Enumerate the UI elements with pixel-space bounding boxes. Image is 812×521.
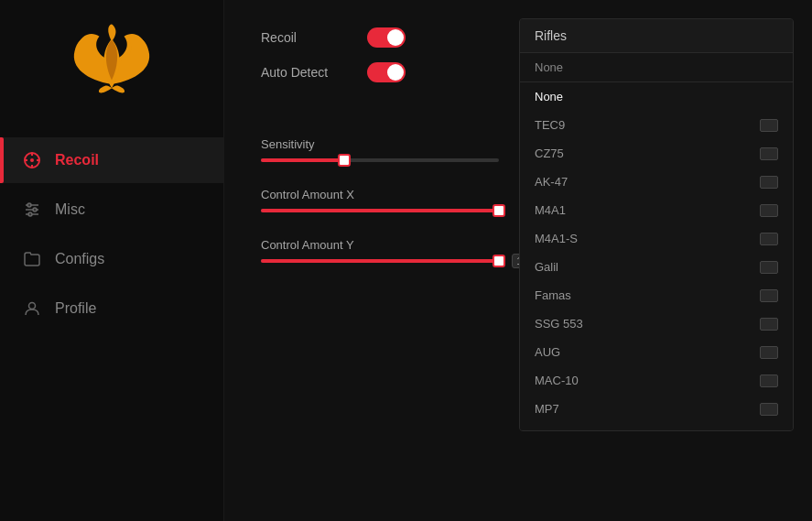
control-x-track[interactable] xyxy=(261,209,499,212)
sidebar-configs-label: Configs xyxy=(55,251,104,267)
dropdown-item-label: MP7 xyxy=(535,402,559,416)
svg-point-12 xyxy=(29,303,36,309)
svg-point-9 xyxy=(27,203,31,207)
dropdown-item[interactable]: TEC9 xyxy=(520,111,793,139)
dropdown-item-checkbox xyxy=(760,261,778,274)
dropdown-item[interactable]: MP7 xyxy=(520,395,793,423)
dropdown-panel: Rifles None NoneTEC9CZ75AK-47M4A1M4A1-SG… xyxy=(519,18,794,431)
recoil-label: Recoil xyxy=(261,30,352,45)
dropdown-item[interactable]: Famas xyxy=(520,281,793,309)
dropdown-selected[interactable]: None xyxy=(520,53,793,82)
dropdown-item[interactable]: AUG xyxy=(520,338,793,366)
dropdown-item-checkbox xyxy=(760,119,778,132)
dropdown-item-checkbox xyxy=(760,403,778,416)
sidebar-item-misc[interactable]: Misc xyxy=(0,187,223,233)
dropdown-item-label: SSG 553 xyxy=(535,317,583,331)
user-icon xyxy=(22,298,42,319)
sensitivity-thumb[interactable] xyxy=(338,154,351,167)
auto-detect-label: Auto Detect xyxy=(261,65,352,80)
sidebar-recoil-label: Recoil xyxy=(55,152,99,168)
sensitivity-fill xyxy=(261,158,344,162)
svg-point-10 xyxy=(33,208,37,212)
dropdown-item[interactable]: CZ75 xyxy=(520,139,793,168)
crosshair-icon xyxy=(22,150,42,170)
sidebar-item-configs[interactable]: Configs xyxy=(0,236,223,282)
sliders-icon xyxy=(22,200,42,220)
dropdown-item-label: Galil xyxy=(535,260,558,274)
folder-icon xyxy=(22,249,42,269)
dropdown-item-label: TEC9 xyxy=(535,118,565,132)
dropdown-category: Rifles xyxy=(520,19,793,53)
dropdown-item-label: MAC-10 xyxy=(535,374,579,387)
logo-area xyxy=(70,18,153,101)
dropdown-item-checkbox xyxy=(760,204,778,217)
dropdown-item[interactable]: MP9 xyxy=(520,423,793,430)
dropdown-item-label: None xyxy=(535,90,563,103)
dropdown-item-checkbox xyxy=(760,374,778,387)
sidebar: Recoil Misc Con xyxy=(0,0,224,521)
auto-detect-toggle[interactable] xyxy=(367,62,406,82)
dropdown-item-checkbox xyxy=(760,289,778,302)
dropdown-item[interactable]: MAC-10 xyxy=(520,366,793,395)
dropdown-item-label: M4A1-S xyxy=(535,232,578,245)
dropdown-item[interactable]: M4A1-S xyxy=(520,224,793,253)
sidebar-misc-label: Misc xyxy=(55,201,85,218)
dropdown-item-label: AUG xyxy=(535,345,560,359)
dropdown-item-checkbox xyxy=(760,176,778,189)
control-y-thumb[interactable] xyxy=(493,255,505,267)
sensitivity-track[interactable] xyxy=(261,158,499,162)
svg-point-1 xyxy=(30,158,34,162)
dropdown-item[interactable]: AK-47 xyxy=(520,168,793,196)
dropdown-item-label: M4A1 xyxy=(535,203,566,217)
main-content: Recoil Auto Detect Sensitivity Control A… xyxy=(224,0,812,521)
control-x-thumb[interactable] xyxy=(493,204,505,217)
dropdown-list: NoneTEC9CZ75AK-47M4A1M4A1-SGalilFamasSSG… xyxy=(520,82,793,430)
dropdown-item-checkbox xyxy=(760,147,778,160)
dropdown-item-checkbox xyxy=(760,318,778,331)
control-x-fill xyxy=(261,209,499,212)
dropdown-item[interactable]: Galil xyxy=(520,253,793,281)
dropdown-item-label: Famas xyxy=(535,288,571,302)
dropdown-item[interactable]: M4A1 xyxy=(520,196,793,224)
control-y-track[interactable]: 100Y xyxy=(261,259,499,263)
dropdown-item-checkbox xyxy=(760,233,778,245)
sidebar-profile-label: Profile xyxy=(55,300,96,317)
dropdown-item-label: CZ75 xyxy=(535,147,564,160)
dropdown-item[interactable]: None xyxy=(520,82,793,111)
control-y-fill xyxy=(261,259,499,263)
recoil-toggle[interactable] xyxy=(367,27,406,48)
sidebar-item-recoil[interactable]: Recoil xyxy=(0,137,223,183)
svg-point-11 xyxy=(28,212,32,216)
phoenix-logo xyxy=(70,18,153,101)
dropdown-item-label: AK-47 xyxy=(535,175,568,189)
sidebar-item-profile[interactable]: Profile xyxy=(0,286,223,331)
dropdown-item-checkbox xyxy=(760,346,778,359)
nav-items: Recoil Misc Con xyxy=(0,137,223,331)
dropdown-item[interactable]: SSG 553 xyxy=(520,309,793,338)
